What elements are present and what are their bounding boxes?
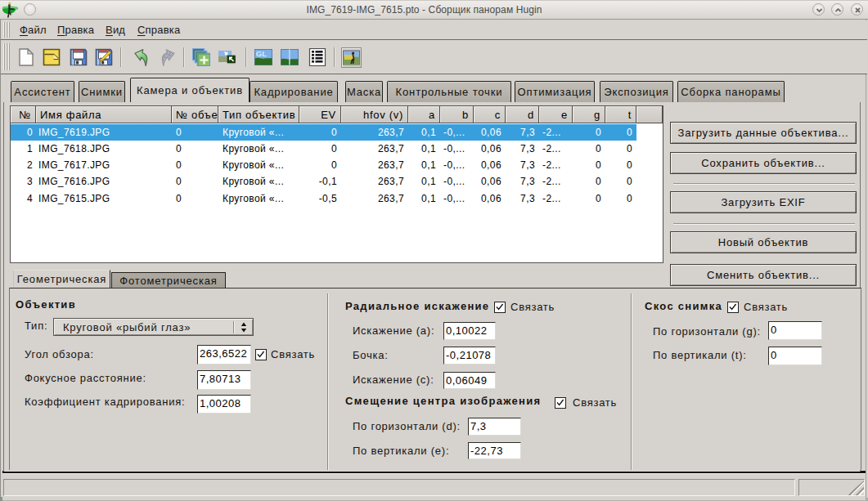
svg-text:GL: GL — [256, 49, 267, 58]
